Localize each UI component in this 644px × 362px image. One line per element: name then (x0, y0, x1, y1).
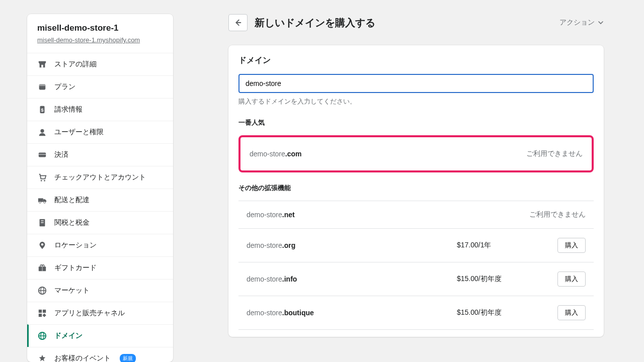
sidebar-item-label: ロケーション (54, 241, 97, 250)
sidebar-item-shipping[interactable]: 配送と配達 (27, 189, 173, 211)
sidebar-item-label: 決済 (54, 150, 68, 159)
sidebar-item-market[interactable]: マーケット (27, 279, 173, 302)
domain-icon (37, 331, 47, 341)
svg-point-11 (39, 202, 41, 204)
taxes-icon (37, 218, 47, 228)
extension-row: demo-store.clothing$15.00/初年度購入 (238, 329, 594, 337)
arrow-left-icon (233, 18, 243, 27)
sidebar-item-label: お客様のイベント (54, 354, 111, 362)
sidebar-item-label: ユーザーと権限 (54, 128, 104, 137)
sidebar-item-label: アプリと販売チャネル (54, 309, 125, 318)
market-icon (37, 286, 47, 296)
domain-price: $17.00/1年 (457, 241, 557, 250)
popular-domain-row: demo-store .com ご利用できません (238, 135, 594, 172)
domain-tld: .org (282, 241, 295, 249)
svg-rect-14 (41, 221, 43, 221)
store-icon (37, 59, 47, 69)
users-icon (37, 127, 47, 137)
domain-tld: .boutique (282, 309, 314, 317)
svg-rect-22 (39, 310, 42, 313)
sidebar-item-label: ドメイン (54, 331, 83, 340)
svg-rect-18 (42, 266, 43, 271)
store-name: misell-demo-store-1 (37, 23, 163, 33)
sidebar-item-plan[interactable]: プラン (27, 75, 173, 98)
domain-section-title: ドメイン (238, 55, 594, 66)
sidebar-item-giftcards[interactable]: ギフトカード (27, 256, 173, 279)
buy-button[interactable]: 購入 (557, 305, 586, 320)
sidebar-item-label: プラン (54, 82, 75, 92)
svg-point-5 (40, 129, 44, 133)
events-icon (37, 353, 47, 362)
domain-name: demo-store (247, 275, 282, 283)
sidebar-item-checkout[interactable]: チェックアウトとアカウント (27, 166, 173, 189)
new-badge: 新規 (120, 354, 136, 362)
svg-point-12 (44, 202, 46, 204)
sidebar-item-label: マーケット (54, 286, 90, 295)
extensions-section-title: その他の拡張機能 (238, 184, 594, 193)
svg-rect-15 (41, 222, 43, 223)
plan-icon (37, 82, 47, 92)
domain-status: ご利用できません (529, 210, 586, 219)
sidebar-item-label: ギフトカード (54, 263, 97, 273)
page-title: 新しいドメインを購入する (255, 16, 375, 30)
svg-text:$: $ (41, 108, 43, 113)
input-help-text: 購入するドメインを入力してください。 (238, 97, 594, 106)
extension-row: demo-store.info$15.00/初年度購入 (238, 262, 594, 296)
extension-row: demo-store.org$17.00/1年購入 (238, 228, 594, 262)
svg-rect-23 (43, 310, 46, 313)
domain-search-input[interactable] (238, 74, 594, 93)
sidebar-item-label: 配送と配達 (54, 196, 90, 205)
svg-rect-2 (39, 84, 46, 86)
svg-rect-10 (38, 198, 43, 202)
sidebar-item-label: 関税と税金 (54, 218, 90, 227)
domain-tld: .com (285, 150, 302, 158)
sidebar-item-channels[interactable]: アプリと販売チャネル (27, 302, 173, 324)
locations-icon (37, 240, 47, 250)
sidebar-item-label: ストアの詳細 (54, 60, 97, 69)
sidebar-item-store[interactable]: ストアの詳細 (27, 53, 173, 75)
popular-section-title: 一番人気 (238, 118, 594, 127)
domain-card: ドメイン 購入するドメインを入力してください。 一番人気 demo-store … (228, 45, 604, 337)
extension-row: demo-store.boutique$15.00/初年度購入 (238, 296, 594, 329)
svg-point-8 (41, 180, 42, 182)
domain-tld: .net (282, 211, 295, 219)
domain-price: $15.00/初年度 (457, 308, 557, 317)
sidebar-item-domain[interactable]: ドメイン (27, 324, 173, 347)
extension-row: demo-store.netご利用できません (238, 201, 594, 228)
sidebar-item-label: チェックアウトとアカウント (54, 173, 146, 182)
payments-icon (37, 150, 47, 160)
domain-name: demo-store (247, 241, 282, 249)
settings-sidebar: misell-demo-store-1 misell-demo-store-1.… (27, 14, 173, 362)
svg-rect-0 (41, 65, 43, 67)
store-url-link[interactable]: misell-demo-store-1.myshopify.com (37, 36, 163, 44)
actions-label: アクション (559, 18, 595, 27)
sidebar-item-billing[interactable]: $請求情報 (27, 98, 173, 121)
sidebar-item-events[interactable]: お客様のイベント新規 (27, 347, 173, 362)
svg-rect-26 (43, 315, 46, 316)
buy-button[interactable]: 購入 (557, 272, 586, 287)
svg-rect-24 (39, 314, 42, 317)
domain-name: demo-store (247, 309, 282, 317)
domain-name: demo-store (247, 211, 282, 219)
domain-price: $15.00/初年度 (457, 275, 557, 284)
sidebar-item-users[interactable]: ユーザーと権限 (27, 121, 173, 143)
chevron-down-icon (598, 20, 604, 26)
giftcards-icon (37, 263, 47, 273)
billing-icon: $ (37, 105, 47, 115)
domain-name: demo-store (250, 150, 285, 158)
sidebar-item-taxes[interactable]: 関税と税金 (27, 211, 173, 234)
domain-tld: .info (282, 275, 297, 283)
channels-icon (37, 308, 47, 318)
actions-dropdown[interactable]: アクション (559, 18, 604, 27)
checkout-icon (37, 172, 47, 183)
back-button[interactable] (228, 14, 248, 31)
svg-rect-7 (39, 154, 46, 155)
shipping-icon (37, 195, 47, 205)
svg-point-9 (44, 180, 45, 182)
svg-point-16 (41, 243, 44, 246)
sidebar-item-label: 請求情報 (54, 105, 83, 114)
sidebar-item-locations[interactable]: ロケーション (27, 234, 173, 256)
domain-status: ご利用できません (526, 149, 583, 158)
buy-button[interactable]: 購入 (557, 238, 586, 253)
sidebar-item-payments[interactable]: 決済 (27, 143, 173, 166)
